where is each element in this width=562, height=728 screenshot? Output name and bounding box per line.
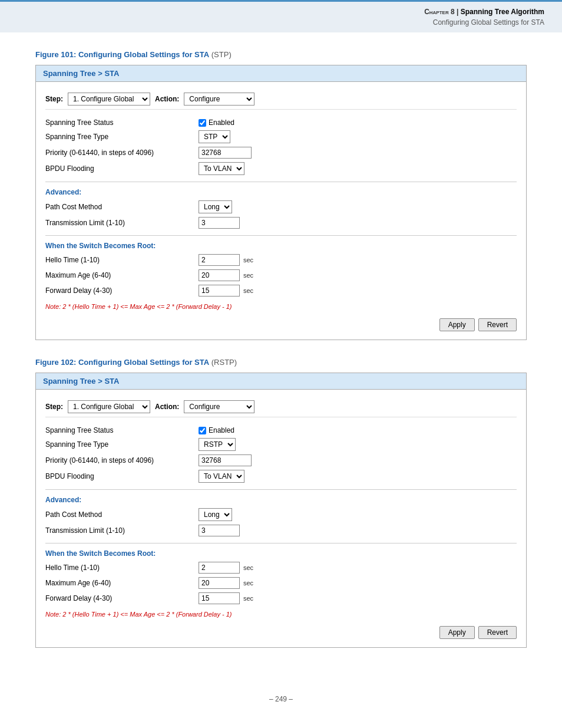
figure1-status-value: Enabled	[199, 118, 234, 127]
figure1-txlimit-row: Transmission Limit (1-10)	[45, 215, 517, 230]
figure2-divider1	[45, 489, 517, 490]
figure1-maxage-row: Maximum Age (6-40) sec	[45, 268, 517, 283]
figure2-priority-value	[199, 454, 252, 466]
figure1-revert-button[interactable]: Revert	[478, 318, 517, 331]
figure1-caption: Figure 101: Configuring Global Settings …	[35, 50, 527, 59]
figure1-hello-value: sec	[199, 254, 253, 266]
figure2-caption-suffix: (RSTP)	[209, 358, 237, 367]
figure1-panel-title: Spanning Tree > STA	[43, 69, 119, 78]
figure1-status-checkbox[interactable]	[199, 119, 206, 127]
figure2-fwddelay-label: Forward Delay (4-30)	[45, 594, 199, 602]
figure2-priority-input[interactable]	[199, 454, 252, 466]
figure1-advanced-heading: Advanced:	[45, 188, 517, 196]
figure1-txlimit-label: Transmission Limit (1-10)	[45, 219, 199, 227]
header-separator: |	[457, 8, 458, 16]
figure1-button-row: Apply Revert	[45, 315, 517, 332]
figure2-status-row: Spanning Tree Status Enabled	[45, 424, 517, 436]
figure2-step-select[interactable]: 1. Configure Global	[68, 400, 150, 413]
figure1-action-label: Action:	[155, 95, 179, 103]
figure2-maxage-unit: sec	[243, 579, 253, 587]
figure1-bpdu-row: BPDU Flooding To VLAN	[45, 160, 517, 177]
figure2-action-select[interactable]: Configure	[184, 400, 254, 413]
figure2-txlimit-input[interactable]	[199, 525, 240, 536]
figure2-panel-body: Step: 1. Configure Global Action: Config…	[36, 390, 526, 647]
figure2-button-row: Apply Revert	[45, 622, 517, 640]
figure2-priority-label: Priority (0-61440, in steps of 4096)	[45, 456, 199, 465]
figure2-fwddelay-value: sec	[199, 592, 253, 604]
figure1-bpdu-select[interactable]: To VLAN	[199, 162, 244, 175]
figure1-hello-input[interactable]	[199, 254, 240, 266]
figure2-bpdu-label: BPDU Flooding	[45, 472, 199, 480]
figure1-priority-label: Priority (0-61440, in steps of 4096)	[45, 149, 199, 157]
figure2-hello-label: Hello Time (1-10)	[45, 564, 199, 572]
figure2-bpdu-value: To VLAN	[199, 470, 244, 483]
figure2-apply-button[interactable]: Apply	[439, 626, 475, 639]
figure1-status-text: Enabled	[209, 118, 234, 127]
figure2-status-value: Enabled	[199, 426, 234, 434]
figure2-type-row: Spanning Tree Type RSTP	[45, 436, 517, 453]
chapter-label: Chapter 8	[424, 8, 455, 16]
figure2-panel-header: Spanning Tree > STA	[36, 373, 526, 390]
figure2-fwddelay-input[interactable]	[199, 592, 240, 604]
figure2-maxage-row: Maximum Age (6-40) sec	[45, 575, 517, 591]
figure2-pathcost-select[interactable]: Long	[199, 508, 232, 521]
figure2-pathcost-label: Path Cost Method	[45, 510, 199, 519]
figure2-status-checkbox[interactable]	[199, 427, 206, 434]
figure1-pathcost-select[interactable]: Long	[199, 200, 232, 213]
figure2-status-text: Enabled	[209, 426, 234, 434]
figure2-panel-title: Spanning Tree > STA	[43, 377, 119, 386]
figure1-divider2	[45, 235, 517, 236]
figure2-caption: Figure 102: Configuring Global Settings …	[35, 358, 527, 367]
figure2-revert-button[interactable]: Revert	[478, 626, 517, 639]
figure1-fwddelay-unit: sec	[243, 287, 253, 294]
figure1-bpdu-value: To VLAN	[199, 162, 244, 175]
figure2-fwddelay-row: Forward Delay (4-30) sec	[45, 591, 517, 606]
figure1-fwddelay-label: Forward Delay (4-30)	[45, 286, 199, 295]
figure1-txlimit-value	[199, 217, 240, 229]
figure1-priority-input[interactable]	[199, 147, 252, 159]
figure1-note: Note: 2 * (Hello Time + 1) <= Max Age <=…	[45, 303, 517, 310]
figure1-txlimit-input[interactable]	[199, 217, 240, 229]
chapter-title: Spanning Tree Algorithm	[461, 8, 544, 16]
figure2-step-row: Step: 1. Configure Global Action: Config…	[45, 397, 517, 417]
figure2-status-label: Spanning Tree Status	[45, 426, 199, 434]
figure2-panel: Spanning Tree > STA Step: 1. Configure G…	[35, 373, 527, 648]
figure1-step-select[interactable]: 1. Configure Global	[68, 93, 150, 106]
figure2-txlimit-label: Transmission Limit (1-10)	[45, 526, 199, 535]
figure1-hello-unit: sec	[243, 256, 253, 263]
figure2-priority-row: Priority (0-61440, in steps of 4096)	[45, 453, 517, 468]
page-header: Chapter 8 | Spanning Tree Algorithm Conf…	[0, 0, 562, 32]
figure1-bpdu-label: BPDU Flooding	[45, 164, 199, 173]
figure1-status-row: Spanning Tree Status Enabled	[45, 117, 517, 129]
figure2-fwddelay-unit: sec	[243, 595, 253, 602]
figure2-maxage-input[interactable]	[199, 577, 240, 589]
figure1-apply-button[interactable]: Apply	[439, 318, 475, 331]
figure1-action-select[interactable]: Configure	[184, 93, 254, 106]
figure1-root-heading: When the Switch Becomes Root:	[45, 242, 517, 250]
figure1-priority-row: Priority (0-61440, in steps of 4096)	[45, 145, 517, 160]
figure2-step-label: Step:	[45, 403, 63, 411]
figure1-priority-value	[199, 147, 252, 159]
figure2-maxage-value: sec	[199, 577, 253, 589]
figure1-caption-suffix: (STP)	[209, 50, 232, 59]
figure1-panel: Spanning Tree > STA Step: 1. Configure G…	[35, 65, 527, 340]
figure1-maxage-input[interactable]	[199, 269, 240, 281]
figure2-bpdu-select[interactable]: To VLAN	[199, 470, 244, 483]
figure1-type-value: STP	[199, 130, 230, 143]
figure2-divider2	[45, 543, 517, 543]
figure1-status-label: Spanning Tree Status	[45, 118, 199, 127]
figure2-hello-unit: sec	[243, 564, 253, 571]
figure1-maxage-label: Maximum Age (6-40)	[45, 271, 199, 279]
page-footer: – 249 –	[0, 683, 562, 715]
figure1-hello-row: Hello Time (1-10) sec	[45, 252, 517, 268]
figure1-fwddelay-input[interactable]	[199, 285, 240, 297]
header-subtitle: Configuring Global Settings for STA	[18, 17, 544, 28]
figure2-type-label: Spanning Tree Type	[45, 440, 199, 449]
figure2-txlimit-row: Transmission Limit (1-10)	[45, 523, 517, 538]
figure2-type-select[interactable]: RSTP	[199, 438, 236, 451]
figure1-type-label: Spanning Tree Type	[45, 133, 199, 141]
figure1-step-label: Step:	[45, 95, 63, 103]
figure1-pathcost-label: Path Cost Method	[45, 203, 199, 211]
figure1-type-select[interactable]: STP	[199, 130, 230, 143]
figure2-hello-input[interactable]	[199, 562, 240, 574]
